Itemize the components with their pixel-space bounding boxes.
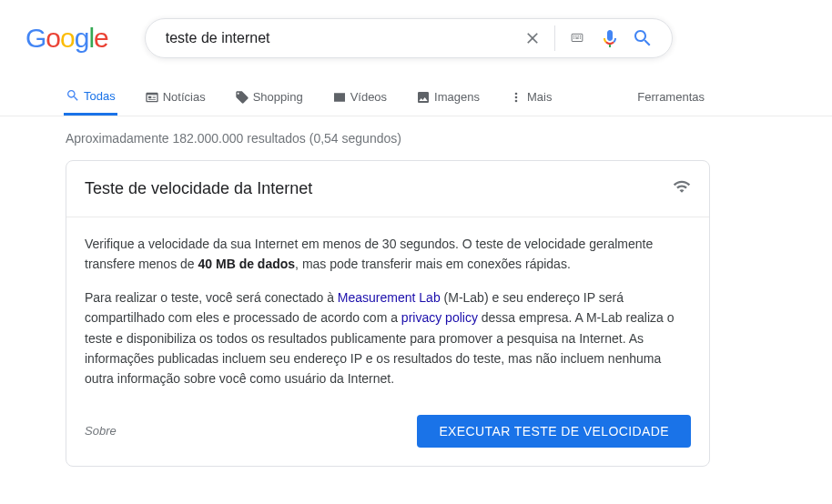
- shopping-icon: [235, 90, 249, 105]
- svg-rect-5: [573, 37, 574, 38]
- tab-label: Todas: [84, 89, 116, 103]
- result-stats: Aproximadamente 182.000.000 resultados (…: [0, 116, 832, 160]
- tab-todas[interactable]: Todas: [64, 78, 117, 116]
- svg-rect-1: [573, 35, 574, 36]
- svg-rect-3: [577, 35, 578, 36]
- video-icon: [332, 90, 347, 105]
- search-bar: [145, 18, 673, 58]
- news-icon: [145, 90, 159, 105]
- tab-label: Notícias: [163, 90, 206, 104]
- svg-point-10: [515, 99, 518, 102]
- tab-label: Imagens: [434, 90, 480, 104]
- wifi-icon: [673, 177, 691, 200]
- svg-rect-4: [580, 35, 581, 36]
- about-link[interactable]: Sobre: [85, 424, 117, 438]
- search-input[interactable]: [164, 29, 516, 47]
- tools-button[interactable]: Ferramentas: [637, 90, 705, 104]
- google-logo[interactable]: Google: [25, 23, 108, 54]
- svg-point-8: [515, 92, 518, 95]
- search-button[interactable]: [632, 27, 654, 49]
- tab-label: Vídeos: [350, 90, 387, 104]
- tab-imagens[interactable]: Imagens: [414, 78, 482, 116]
- svg-rect-2: [575, 35, 576, 36]
- svg-rect-7: [580, 37, 581, 38]
- more-icon: [509, 90, 523, 105]
- speed-test-card: Teste de velocidade da Internet Verifiqu…: [66, 160, 710, 467]
- tab-mais[interactable]: Mais: [507, 78, 553, 116]
- tab-noticias[interactable]: Notícias: [143, 78, 208, 116]
- svg-point-9: [515, 96, 518, 98]
- search-icon: [66, 88, 80, 103]
- run-speed-test-button[interactable]: EXECUTAR TESTE DE VELOCIDADE: [417, 415, 691, 448]
- search-icon: [632, 27, 654, 49]
- svg-rect-6: [575, 37, 579, 38]
- svg-rect-0: [572, 34, 583, 41]
- tab-shopping[interactable]: Shopping: [233, 78, 305, 116]
- divider: [554, 25, 555, 51]
- tab-label: Shopping: [253, 90, 303, 104]
- keyboard-icon: [568, 32, 586, 45]
- tab-label: Mais: [527, 90, 552, 104]
- microphone-icon: [599, 27, 621, 49]
- tools-label: Ferramentas: [637, 90, 705, 104]
- image-icon: [416, 90, 431, 105]
- tabs-bar: Todas Notícias Shopping Vídeos Imagens M…: [0, 78, 832, 116]
- card-paragraph-2: Para realizar o teste, você será conecta…: [85, 287, 691, 389]
- bold-text: 40 MB de dados: [198, 257, 296, 271]
- tab-videos[interactable]: Vídeos: [330, 78, 389, 116]
- measurement-lab-link[interactable]: Measurement Lab: [338, 290, 441, 305]
- voice-search-button[interactable]: [599, 27, 621, 49]
- keyboard-button[interactable]: [566, 27, 588, 49]
- close-icon: [523, 29, 542, 47]
- clear-search-button[interactable]: [522, 27, 543, 49]
- card-paragraph-1: Verifique a velocidade da sua Internet e…: [85, 234, 691, 275]
- card-title: Teste de velocidade da Internet: [85, 179, 312, 198]
- privacy-policy-link[interactable]: privacy policy: [401, 310, 478, 325]
